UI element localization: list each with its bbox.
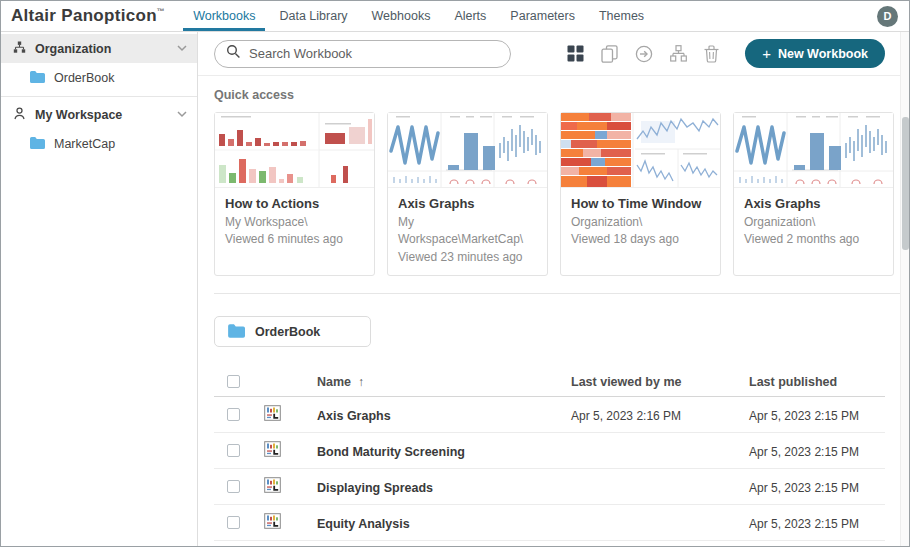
workbook-name[interactable]: Axis Graphs [317,409,391,423]
workbook-icon [264,477,281,497]
workbook-thumbnail-bar-charts [215,113,374,188]
nav-tabs: Workbooks Data Library Webhooks Alerts P… [181,1,656,31]
card-viewed: Viewed 23 minutes ago [398,249,537,266]
workbook-card-axis-graphs-1[interactable]: Axis Graphs My Workspace\MarketCap\ View… [387,112,548,276]
row-checkbox[interactable] [227,408,240,421]
chevron-down-icon[interactable] [177,111,187,118]
main-area: + New Workbook Quick access [198,32,909,546]
toolbar-actions [567,45,719,63]
table-row[interactable]: Equity Analysis Apr 5, 2023 2:15 PM [214,505,885,541]
card-viewed: Viewed 18 days ago [571,231,710,248]
card-viewed: Viewed 6 minutes ago [225,231,364,248]
sidebar-item-orderbook[interactable]: OrderBook [1,63,197,92]
search-icon [226,44,241,63]
row-checkbox[interactable] [227,444,240,457]
app-window: Altair Panopticon™ Workbooks Data Librar… [0,0,910,547]
copy-icon[interactable] [601,45,618,63]
row-checkbox[interactable] [227,480,240,493]
card-path: My Workspace\MarketCap\ [398,214,537,249]
last-published-value: Apr 5, 2023 2:15 PM [749,517,859,531]
quick-access-title: Quick access [214,88,909,102]
workbook-icon [264,513,281,533]
card-title: How to Time Window [571,196,710,211]
card-path: Organization\ [744,214,883,231]
select-all-checkbox[interactable] [227,375,240,388]
sidebar-item-label: Organization [35,42,111,56]
user-avatar[interactable]: D [877,6,898,27]
table-row[interactable]: Equity Universe Screening Apr 5, 2023 2:… [214,541,885,546]
tab-alerts[interactable]: Alerts [442,1,498,31]
workbook-name[interactable]: Displaying Spreads [317,481,433,495]
person-icon [13,107,26,123]
sidebar-item-organization[interactable]: Organization [1,34,197,63]
tab-data-library[interactable]: Data Library [267,1,359,31]
grid-view-icon[interactable] [567,45,584,62]
sort-ascending-icon: ↑ [358,375,364,389]
top-navbar: Altair Panopticon™ Workbooks Data Librar… [1,1,909,32]
hierarchy-icon[interactable] [670,45,687,62]
last-viewed-value: Apr 5, 2023 2:16 PM [571,409,681,423]
table-row[interactable]: Bond Maturity Screening Apr 5, 2023 2:15… [214,433,885,469]
sidebar: Organization OrderBook My Workspace [1,32,198,546]
row-checkbox[interactable] [227,516,240,529]
move-icon[interactable] [635,45,653,63]
app-logo: Altair Panopticon™ [11,6,165,26]
search-box[interactable] [214,40,511,68]
sidebar-item-label: OrderBook [54,71,114,85]
section-divider [214,293,909,294]
folder-icon [227,323,245,341]
content-area: Quick access [198,76,909,546]
new-workbook-label: New Workbook [778,47,868,61]
quick-access-cards: How to Actions My Workspace\ Viewed 6 mi… [214,112,909,276]
sidebar-item-label: My Workspace [35,108,122,122]
card-title: Axis Graphs [398,196,537,211]
last-published-value: Apr 5, 2023 2:15 PM [749,445,859,459]
plus-icon: + [762,45,771,62]
card-path: My Workspace\ [225,214,364,231]
tab-workbooks[interactable]: Workbooks [181,1,267,31]
table-header-row: Name↑ Last viewed by me Last published [214,367,885,397]
workbook-card-how-to-actions[interactable]: How to Actions My Workspace\ Viewed 6 mi… [214,112,375,276]
tab-webhooks[interactable]: Webhooks [360,1,443,31]
trademark: ™ [157,7,165,16]
column-header-name[interactable]: Name↑ [317,375,571,389]
workbook-icon [264,441,281,461]
workbook-toolbar: + New Workbook [198,32,909,76]
card-title: How to Actions [225,196,364,211]
folder-icon [29,136,45,152]
workbook-thumbnail-line-bar-charts [734,113,893,188]
trash-icon[interactable] [704,45,719,63]
folder-chip-orderbook[interactable]: OrderBook [214,316,371,347]
folder-icon [29,70,45,86]
scrollbar-thumb[interactable] [902,117,909,250]
workbook-name[interactable]: Bond Maturity Screening [317,445,465,459]
column-header-last-published[interactable]: Last published [749,375,885,389]
org-hierarchy-icon [13,41,26,57]
workbook-name[interactable]: Equity Analysis [317,517,410,531]
workbook-card-axis-graphs-2[interactable]: Axis Graphs Organization\ Viewed 2 month… [733,112,894,276]
workbook-thumbnail-line-bar-charts [388,113,547,188]
workbook-table: Name↑ Last viewed by me Last published A… [214,367,885,546]
workbook-icon [264,405,281,425]
card-title: Axis Graphs [744,196,883,211]
sidebar-item-label: MarketCap [54,137,115,151]
tab-parameters[interactable]: Parameters [498,1,587,31]
sidebar-divider [1,96,197,97]
workbook-card-how-to-time-window[interactable]: How to Time Window Organization\ Viewed … [560,112,721,276]
sidebar-item-marketcap[interactable]: MarketCap [1,129,197,158]
sidebar-item-my-workspace[interactable]: My Workspace [1,100,197,129]
last-published-value: Apr 5, 2023 2:15 PM [749,481,859,495]
last-published-value: Apr 5, 2023 2:15 PM [749,409,859,423]
table-row[interactable]: Displaying Spreads Apr 5, 2023 2:15 PM [214,469,885,505]
vertical-scrollbar[interactable] [900,32,909,546]
card-viewed: Viewed 2 months ago [744,231,883,248]
card-path: Organization\ [571,214,710,231]
table-row[interactable]: Axis Graphs Apr 5, 2023 2:16 PM Apr 5, 2… [214,397,885,433]
folder-chip-label: OrderBook [255,325,320,339]
workbook-thumbnail-heatmap-timeseries [561,113,720,188]
chevron-down-icon[interactable] [177,45,187,52]
new-workbook-button[interactable]: + New Workbook [745,39,885,68]
tab-themes[interactable]: Themes [587,1,656,31]
search-input[interactable] [249,46,499,61]
column-header-last-viewed[interactable]: Last viewed by me [571,375,749,389]
